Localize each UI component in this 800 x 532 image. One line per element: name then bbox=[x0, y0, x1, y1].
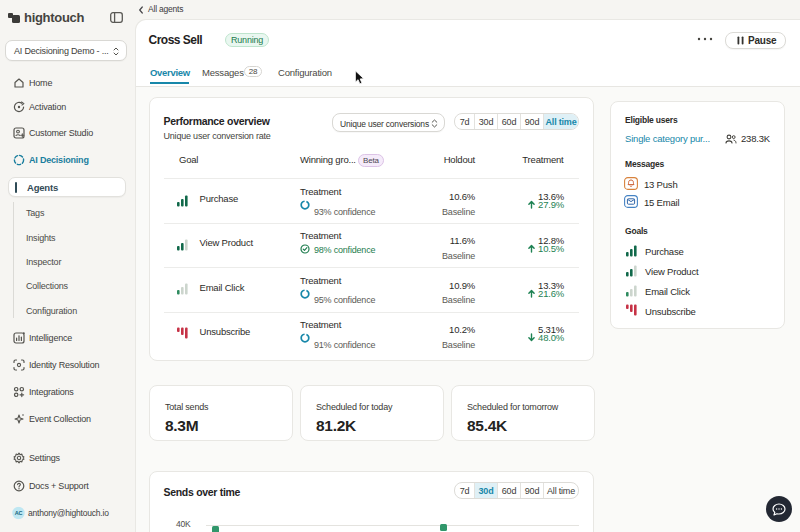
svg-text:AC: AC bbox=[15, 510, 23, 516]
